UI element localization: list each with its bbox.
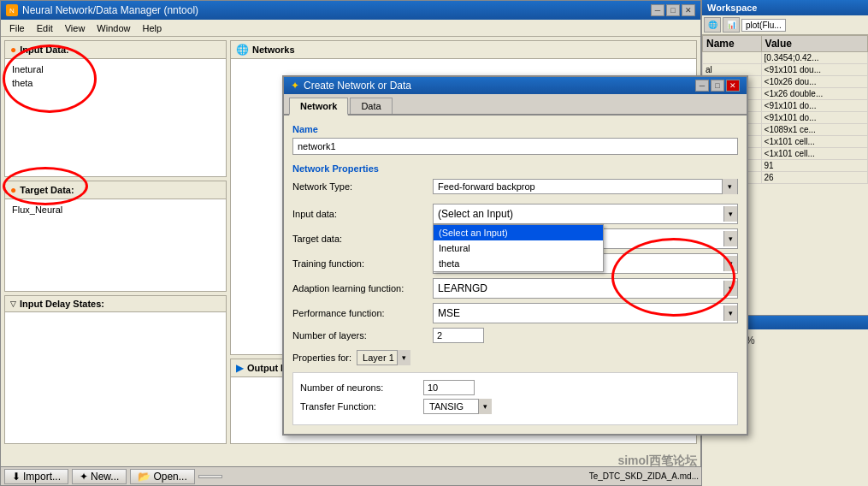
input-item-inetural[interactable]: Inetural <box>9 62 222 76</box>
ws-row-0[interactable]: [0.3454;0.42... <box>703 52 868 64</box>
dropdown-option-select[interactable]: (Select an Input) <box>434 225 603 240</box>
network-type-arrow: ▾ <box>722 179 737 194</box>
transfer-fn-control: TANSIG LOGSIG PURELIN ▾ <box>423 399 492 414</box>
plot-label[interactable]: plot(Flu... <box>741 19 786 32</box>
input-data-row-label: Input data: <box>292 209 429 219</box>
input-data-row: Input data: (Select an Input) ▾ (Select … <box>292 204 738 224</box>
delay-panel: ▽ Input Delay States: <box>4 295 227 444</box>
window-title: Neural Network/Data Manager (nntool) <box>22 4 651 16</box>
dialog-content: Name Network Properties Network Type: Fe… <box>284 116 747 434</box>
adaption-arrow: ▾ <box>723 281 737 296</box>
dialog-close[interactable]: ✕ <box>726 80 740 92</box>
dialog-maximize[interactable]: □ <box>711 80 724 92</box>
menu-file[interactable]: File <box>4 22 30 34</box>
import-button[interactable]: ⬇ Import... <box>4 469 68 484</box>
dialog-minimize[interactable]: ─ <box>695 80 709 92</box>
network-type-label: Network Type: <box>292 181 429 192</box>
dropdown-option-inetural[interactable]: Inetural <box>434 240 603 256</box>
network-type-row: Network Type: Feed-forward backprop ▾ <box>292 179 738 194</box>
menu-edit[interactable]: Edit <box>32 22 58 34</box>
delay-arrow-icon: ▽ <box>10 299 16 308</box>
performance-select[interactable]: MSE ▾ <box>433 303 738 323</box>
input-data-dropdown: (Select an Input) Inetural theta <box>433 224 604 272</box>
name-field-group: Name <box>292 124 738 155</box>
input-data-select-display[interactable]: (Select an Input) ▾ <box>433 204 738 224</box>
ws-toolbar-btn2[interactable]: 📊 <box>723 17 740 33</box>
neurons-input[interactable] <box>423 380 475 395</box>
props-for-section: Properties for: Layer 1 Layer 2 ▾ <box>292 350 738 365</box>
new-button[interactable]: ✦ New... <box>72 469 127 484</box>
network-props-title: Network Properties <box>292 163 738 174</box>
training-fn-label: Training function: <box>292 258 429 269</box>
ws-row-1[interactable]: al <91x101 dou... <box>703 64 868 76</box>
target-item-flux[interactable]: Flux_Neural <box>9 203 222 216</box>
layers-row: Number of layers: <box>292 328 738 343</box>
new-icon: ✦ <box>80 471 88 483</box>
layer-select-arrow: ▾ <box>397 350 410 365</box>
adaption-select[interactable]: LEARNGD ▾ <box>433 278 738 299</box>
input-item-theta[interactable]: theta <box>9 76 222 90</box>
neurons-row: Number of neurons: <box>300 380 730 395</box>
output-icon: ▶ <box>236 362 244 374</box>
menu-help[interactable]: Help <box>137 22 167 34</box>
import-icon: ⬇ <box>12 471 21 483</box>
props-for-label: Properties for: <box>292 353 351 363</box>
adaption-label: Adaption learning function: <box>292 283 429 293</box>
network-properties: Network Properties Network Type: Feed-fo… <box>292 163 738 343</box>
menu-view[interactable]: View <box>60 22 91 34</box>
performance-label: Performance function: <box>292 308 429 318</box>
col-name: Name <box>703 36 762 52</box>
open-icon: 📂 <box>138 471 151 483</box>
tab-network[interactable]: Network <box>289 98 348 116</box>
performance-control: MSE ▾ <box>433 303 738 323</box>
layer-sub-props: Number of neurons: Transfer Function: TA… <box>292 372 738 425</box>
name-input[interactable] <box>292 138 738 155</box>
bottom-file: Te_DTC_SKD_ZIDA_A.md... <box>589 471 699 481</box>
dropdown-option-theta[interactable]: theta <box>434 256 603 271</box>
extra-button[interactable] <box>198 475 222 478</box>
title-bar: N Neural Network/Data Manager (nntool) ─… <box>1 1 700 20</box>
network-type-control: Feed-forward backprop ▾ <box>433 179 738 194</box>
adaption-control: LEARNGD ▾ <box>433 278 738 299</box>
props-for-control: Layer 1 Layer 2 ▾ <box>357 350 410 365</box>
watermark: simol西笔论坛 <box>617 453 697 469</box>
name-label: Name <box>292 124 738 134</box>
minimize-button[interactable]: ─ <box>651 4 664 16</box>
transfer-fn-label: Transfer Function: <box>300 401 420 412</box>
delay-header: ▽ Input Delay States: <box>5 296 226 312</box>
input-data-header: ● Input Data: <box>5 41 226 59</box>
dialog-title-bar: ✦ Create Network or Data ─ □ ✕ <box>284 77 747 94</box>
layers-input[interactable] <box>433 328 484 343</box>
layers-label: Number of layers: <box>292 330 429 341</box>
transfer-fn-row: Transfer Function: TANSIG LOGSIG PURELIN… <box>300 399 730 414</box>
target-data-header: ● Target Data: <box>5 181 226 199</box>
menu-window[interactable]: Window <box>92 22 135 34</box>
networks-label: Networks <box>252 44 295 55</box>
target-arrow: ▾ <box>723 231 737 246</box>
networks-icon: 🌐 <box>236 44 249 56</box>
networks-header: 🌐 Networks <box>231 41 696 59</box>
create-network-dialog: ✦ Create Network or Data ─ □ ✕ Network D… <box>282 75 748 436</box>
layers-control <box>433 328 738 343</box>
input-data-arrow: ▾ <box>723 206 737 222</box>
tab-data[interactable]: Data <box>350 98 392 114</box>
left-panel: ● Input Data: Inetural theta ● Target Da… <box>4 40 227 444</box>
dialog-title-text: Create Network or Data <box>304 80 411 92</box>
title-icon: N <box>6 4 18 16</box>
network-type-select[interactable]: Feed-forward backprop <box>433 179 738 194</box>
target-data-panel: ● Target Data: Flux_Neural <box>4 181 227 292</box>
close-button[interactable]: ✕ <box>682 4 695 16</box>
target-data-icon: ● <box>10 184 16 196</box>
open-button[interactable]: 📂 Open... <box>130 469 194 484</box>
ws-toolbar-btn1[interactable]: 🌐 <box>704 17 721 33</box>
target-data-row-label: Target data: <box>292 234 429 244</box>
neurons-label: Number of neurons: <box>300 382 420 393</box>
maximize-button[interactable]: □ <box>666 4 680 16</box>
input-data-panel: ● Input Data: Inetural theta <box>4 40 227 177</box>
transfer-arrow: ▾ <box>478 399 492 414</box>
delay-label: Input Delay States: <box>20 299 104 309</box>
training-arrow: ▾ <box>723 256 737 271</box>
workspace-header: Workspace <box>702 0 868 15</box>
dialog-tabs: Network Data <box>284 94 747 116</box>
performance-row: Performance function: MSE ▾ <box>292 303 738 323</box>
